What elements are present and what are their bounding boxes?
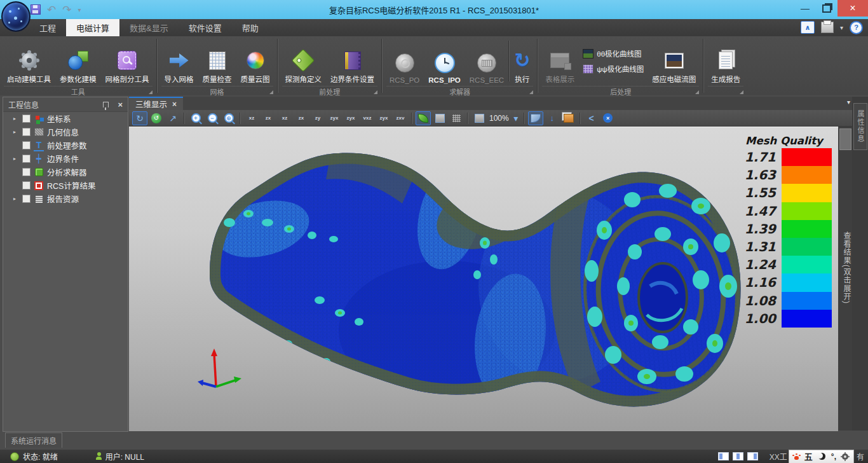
parametric-modeling-button[interactable]: 参数化建模: [55, 38, 101, 84]
view-iso4-button[interactable]: zyx: [376, 111, 391, 125]
ime-gear-icon[interactable]: [842, 453, 848, 460]
arrow-down-icon[interactable]: ↓: [545, 111, 560, 125]
expand-arrow-icon[interactable]: ▸: [13, 129, 16, 135]
layout-center-icon[interactable]: [733, 452, 743, 460]
tab-3d-display[interactable]: 三维显示 ×: [129, 97, 183, 110]
zoom-box-icon[interactable]: [471, 111, 487, 125]
boundary-settings-button[interactable]: 边界条件设置: [326, 38, 379, 84]
tree-item-preprocess-params[interactable]: T 前处理参数: [3, 139, 128, 152]
viewport-3d[interactable]: Mesh Quality 1.71 1.63 1.55 1.47 1.39 1.…: [129, 127, 838, 431]
help-icon[interactable]: ?: [850, 21, 863, 34]
expand-arrow-icon[interactable]: ▸: [13, 156, 16, 162]
zoom-level-value[interactable]: 100%: [489, 114, 509, 123]
ime-toolbar[interactable]: 五 °,: [789, 450, 854, 463]
moon-icon[interactable]: [818, 453, 825, 460]
rotate-view-icon[interactable]: ↻: [132, 111, 147, 125]
checkbox[interactable]: [22, 141, 31, 149]
probe-angle-button[interactable]: 探测角定义: [281, 38, 327, 84]
select-region-icon[interactable]: [528, 111, 543, 125]
geometry-icon: [34, 127, 44, 137]
tab-data-display[interactable]: 数据&显示: [119, 19, 179, 36]
system-messages-tab[interactable]: 系统运行消息: [5, 432, 62, 448]
layout-left-icon[interactable]: [718, 452, 729, 460]
rcs-ipo-button[interactable]: RCS_IPO: [424, 38, 465, 84]
collapse-ribbon-icon[interactable]: ∧: [801, 21, 815, 34]
ime-wubi-label[interactable]: 五: [804, 450, 813, 462]
em-current-map-button[interactable]: 感应电磁流图: [648, 38, 700, 84]
quality-cloud-button[interactable]: 质量云图: [236, 38, 275, 84]
quality-check-button[interactable]: 质量检查: [198, 38, 236, 84]
view-iso1-button[interactable]: zyx: [327, 111, 342, 125]
checkbox[interactable]: [22, 168, 31, 176]
view-results-label[interactable]: 查看结果(双击展开): [838, 232, 852, 304]
view-zx-button[interactable]: zx: [261, 111, 276, 125]
wireframe-icon[interactable]: [432, 111, 447, 125]
checkbox[interactable]: [22, 195, 31, 203]
expand-arrow-icon[interactable]: ▸: [13, 116, 16, 121]
expand-arrow-icon[interactable]: ▸: [13, 196, 16, 202]
results-side-strip[interactable]: 查看结果(双击展开): [838, 127, 852, 431]
property-info-tab[interactable]: 属性信息: [853, 103, 867, 150]
view-iso5-button[interactable]: zxv: [393, 111, 408, 125]
app-logo[interactable]: [1, 1, 31, 32]
import-mesh-button[interactable]: 导入网格: [160, 38, 198, 84]
mesh-tool-button[interactable]: 网格剖分工具: [101, 38, 154, 84]
view-xz-button[interactable]: xz: [244, 111, 259, 125]
zoom-fit-icon[interactable]: ⊕: [221, 111, 236, 125]
tree-item-report-resources[interactable]: ▸ 报告资源: [3, 192, 128, 205]
tab-project[interactable]: 工程: [29, 19, 66, 36]
style-caret-icon[interactable]: ▾: [840, 24, 843, 31]
view-iso2-button[interactable]: zyx: [343, 111, 358, 125]
group-label-solver: 求解器: [386, 86, 533, 95]
rcs-eec-button[interactable]: RCS_EEC: [465, 38, 508, 84]
orbit-refresh-icon[interactable]: ↺: [149, 111, 164, 125]
restore-button[interactable]: [816, 0, 837, 17]
checkbox[interactable]: [22, 114, 31, 123]
punctuation-label[interactable]: °,: [831, 452, 836, 461]
cancel-circle-icon[interactable]: ×: [600, 111, 616, 125]
shaded-leaf-icon[interactable]: [416, 111, 431, 125]
share-icon[interactable]: <: [584, 111, 599, 125]
zoom-level-caret-icon[interactable]: ▾: [512, 111, 520, 125]
window-style-icon[interactable]: [821, 22, 834, 33]
tab-close-icon[interactable]: ×: [172, 100, 177, 109]
theta-curve-button[interactable]: θθ极化曲线图: [583, 48, 644, 59]
tabbar-caret-icon[interactable]: ▾: [847, 99, 850, 106]
tree-item-rcs-results[interactable]: RCS计算结果: [3, 179, 128, 192]
pan-view-icon[interactable]: ↗: [165, 111, 180, 125]
checkbox[interactable]: [22, 155, 31, 163]
checkbox[interactable]: [22, 128, 31, 136]
tree-item-coordinate-system[interactable]: ▸ 坐标系: [3, 112, 128, 125]
generate-report-button[interactable]: 生成报告: [707, 38, 745, 84]
rcs-po-button[interactable]: RCS_PO: [385, 38, 424, 84]
view-zx2-button[interactable]: zx: [294, 111, 309, 125]
tab-settings[interactable]: 软件设置: [179, 19, 232, 36]
tag-icon: [292, 49, 315, 73]
view-xz2-button[interactable]: xz: [277, 111, 292, 125]
pin-icon[interactable]: [103, 102, 109, 107]
view-zy-button[interactable]: zy: [310, 111, 325, 125]
tab-em-compute[interactable]: 电磁计算: [66, 19, 119, 36]
tree-item-geometry-info[interactable]: ▸ 几何信息: [3, 125, 128, 139]
strip-scroll-thumb[interactable]: [839, 128, 851, 150]
layout-right-icon[interactable]: [747, 452, 758, 460]
points-grid-icon[interactable]: [449, 111, 464, 125]
tree-item-solver[interactable]: 分析求解器: [3, 165, 128, 179]
checkbox[interactable]: [22, 181, 31, 190]
launch-modeler-button[interactable]: 启动建模工具: [3, 38, 55, 84]
panel-close-icon[interactable]: ×: [118, 100, 123, 109]
title-bar: ↶ ↷ ▾ 复杂目标RCS电磁分析软件2015 R1 - RCS_2015031…: [0, 0, 868, 19]
tree-item-boundary-conditions[interactable]: ▸ ┿ 边界条件: [3, 152, 128, 165]
zoom-out-icon[interactable]: −: [205, 111, 220, 125]
close-button[interactable]: ×: [837, 0, 868, 17]
execute-button[interactable]: ↻ 执行: [510, 38, 534, 84]
minimize-button[interactable]: —: [794, 0, 816, 17]
psi-curve-button[interactable]: ψψ极化曲线图: [583, 64, 644, 74]
view-iso3-button[interactable]: vxz: [360, 111, 375, 125]
zoom-in-icon[interactable]: +: [188, 111, 203, 125]
layers-icon[interactable]: [561, 111, 576, 125]
mesh-wrench-icon: [118, 52, 136, 69]
table-view-button[interactable]: 表格展示: [541, 38, 579, 84]
tab-help[interactable]: 帮助: [232, 19, 269, 36]
ime-logo-icon[interactable]: [794, 456, 799, 460]
